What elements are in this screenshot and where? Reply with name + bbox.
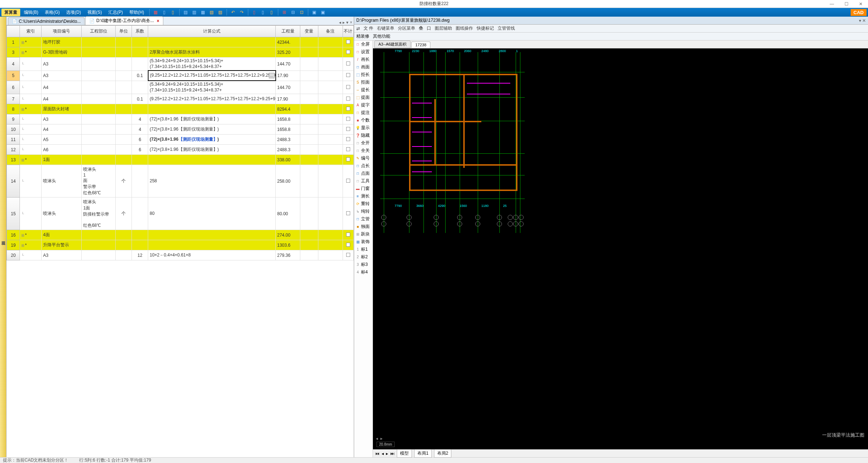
- cell-project[interactable]: 地坪打胶: [42, 37, 82, 47]
- cell-unit[interactable]: [116, 240, 132, 250]
- toolbox-item[interactable]: ↳纯转: [354, 208, 373, 215]
- toolbox-item[interactable]: 3标3: [354, 261, 373, 268]
- cell-coef[interactable]: [132, 104, 148, 114]
- row-header[interactable]: 12: [7, 145, 20, 155]
- cell-formula[interactable]: [148, 155, 276, 165]
- cad-tb-item[interactable]: 图层辅助: [435, 25, 452, 31]
- toolbox-item[interactable]: ❓隐藏: [354, 132, 373, 139]
- cell-formula[interactable]: [148, 104, 276, 114]
- table-row[interactable]: 1⊞*地坪打胶42344.: [7, 37, 354, 47]
- toolbar-icon[interactable]: ▦: [152, 9, 159, 16]
- cell-skip[interactable]: [343, 240, 353, 250]
- cell-project[interactable]: A3: [42, 250, 82, 260]
- undo-icon[interactable]: ↶: [230, 9, 236, 16]
- checkbox[interactable]: [346, 61, 350, 65]
- cell-coef[interactable]: 6: [132, 145, 148, 155]
- cell-skip[interactable]: [343, 230, 353, 240]
- col-rownum[interactable]: [7, 26, 20, 37]
- maximize-button[interactable]: ☐: [839, 0, 854, 8]
- cell-index[interactable]: ⊞*: [20, 37, 42, 47]
- cell-part[interactable]: [82, 37, 116, 47]
- cell-skip[interactable]: [343, 135, 353, 145]
- table-row[interactable]: 5└A30.1(9.25+12.2+12.2+12.75+11.05+12.75…: [7, 71, 354, 81]
- row-header[interactable]: 14: [7, 165, 20, 197]
- row-header[interactable]: 11: [7, 135, 20, 145]
- cell-note[interactable]: [318, 250, 343, 260]
- checkbox[interactable]: [346, 40, 350, 44]
- cad-tb-item[interactable]: ⇄: [356, 26, 360, 31]
- cell-skip[interactable]: [343, 155, 353, 165]
- toolbar-icon[interactable]: ▤: [182, 9, 189, 16]
- checkbox[interactable]: [346, 147, 350, 151]
- cell-note[interactable]: [318, 155, 343, 165]
- cad-tb2-item[interactable]: 其他功能: [373, 33, 390, 39]
- cell-part[interactable]: [82, 58, 116, 71]
- toolbox-item[interactable]: □工具: [354, 177, 373, 185]
- table-row[interactable]: 6└A4(5.34+9.24+9.24+10.15+10.15+5.34)+(7…: [7, 81, 354, 94]
- layout-tab[interactable]: 布局1: [414, 449, 432, 458]
- cell-project[interactable]: G-3防滑地砖: [42, 47, 82, 58]
- checkbox[interactable]: [346, 179, 350, 183]
- table-row[interactable]: 13⊞*1面338.00: [7, 155, 354, 165]
- cell-project[interactable]: 4面: [42, 230, 82, 240]
- cell-var[interactable]: [300, 71, 318, 81]
- checkbox[interactable]: [346, 253, 350, 257]
- cell-unit[interactable]: [116, 230, 132, 240]
- toolbar-icon[interactable]: ▥: [191, 9, 198, 16]
- cell-skip[interactable]: [343, 197, 353, 230]
- cell-note[interactable]: [318, 37, 343, 47]
- cell-skip[interactable]: [343, 71, 353, 81]
- col-formula[interactable]: 计算公式: [148, 26, 276, 37]
- left-sidebar-strip[interactable]: 项目工程: [0, 17, 7, 457]
- table-row[interactable]: 9└A34(72)×(3.8+1.96【测距仪现场测量】)1658.8: [7, 114, 354, 124]
- cell-formula[interactable]: (72)×(3.8+1.96【测距仪现场测量】): [148, 124, 276, 135]
- cell-var[interactable]: [300, 155, 318, 165]
- row-header[interactable]: 7: [7, 94, 20, 104]
- table-row[interactable]: 10└A44(72)×(3.8+1.96【测距仪现场测量】)1658.8: [7, 124, 354, 135]
- toolbox-item[interactable]: □点长: [354, 162, 373, 170]
- cell-qty[interactable]: 274.00: [276, 230, 300, 240]
- checkbox[interactable]: [346, 85, 350, 89]
- cell-coef[interactable]: [132, 240, 148, 250]
- cell-unit[interactable]: [116, 37, 132, 47]
- cell-note[interactable]: [318, 135, 343, 145]
- row-header[interactable]: 16: [7, 230, 20, 240]
- toolbox-item[interactable]: ⟳重转: [354, 200, 373, 208]
- cell-expand-button[interactable]: …: [269, 73, 275, 78]
- cell-index[interactable]: ⊞*: [20, 104, 42, 114]
- row-header[interactable]: 6: [7, 81, 20, 94]
- cell-skip[interactable]: [343, 37, 353, 47]
- toolbar-icon[interactable]: ▣: [320, 9, 326, 16]
- table-row[interactable]: 12└A66(72)×(3.8+1.96【测距仪现场测量】)2488.3: [7, 145, 354, 155]
- cell-part[interactable]: [82, 230, 116, 240]
- checkbox[interactable]: [346, 157, 350, 161]
- toolbar-icon[interactable]: ▯: [260, 9, 266, 16]
- table-row[interactable]: 16⊞*4面274.00: [7, 230, 354, 240]
- cell-qty[interactable]: 258.00: [276, 165, 300, 197]
- cad-tb-item[interactable]: 快捷标记: [477, 25, 494, 31]
- col-unit[interactable]: 单位: [116, 26, 132, 37]
- checkbox[interactable]: [346, 127, 350, 131]
- cad-tab-active[interactable]: 17238: [411, 42, 430, 48]
- cell-coef[interactable]: [132, 47, 148, 58]
- cell-formula[interactable]: [148, 230, 276, 240]
- cell-project[interactable]: A3: [42, 114, 82, 124]
- cell-skip[interactable]: [343, 47, 353, 58]
- checkbox[interactable]: [346, 137, 350, 141]
- cell-coef[interactable]: [132, 165, 148, 197]
- toolbox-item[interactable]: □设置: [354, 48, 373, 56]
- cell-var[interactable]: [300, 124, 318, 135]
- menu-summary[interactable]: 汇总(P): [106, 9, 126, 16]
- cell-index[interactable]: └: [20, 250, 42, 260]
- toolbox-item[interactable]: 1标1: [354, 246, 373, 253]
- cell-var[interactable]: [300, 145, 318, 155]
- col-index[interactable]: 索引: [20, 26, 42, 37]
- toolbox-item[interactable]: □点面: [354, 170, 373, 177]
- cell-note[interactable]: [318, 124, 343, 135]
- cell-note[interactable]: [318, 58, 343, 71]
- col-note[interactable]: 备注: [318, 26, 343, 37]
- table-row[interactable]: 11└A56(72)×(3.8+1.96【测距仪现场测量】)2488.3: [7, 135, 354, 145]
- cell-note[interactable]: [318, 104, 343, 114]
- col-project[interactable]: 项目编号: [42, 26, 82, 37]
- checkbox[interactable]: [346, 50, 350, 54]
